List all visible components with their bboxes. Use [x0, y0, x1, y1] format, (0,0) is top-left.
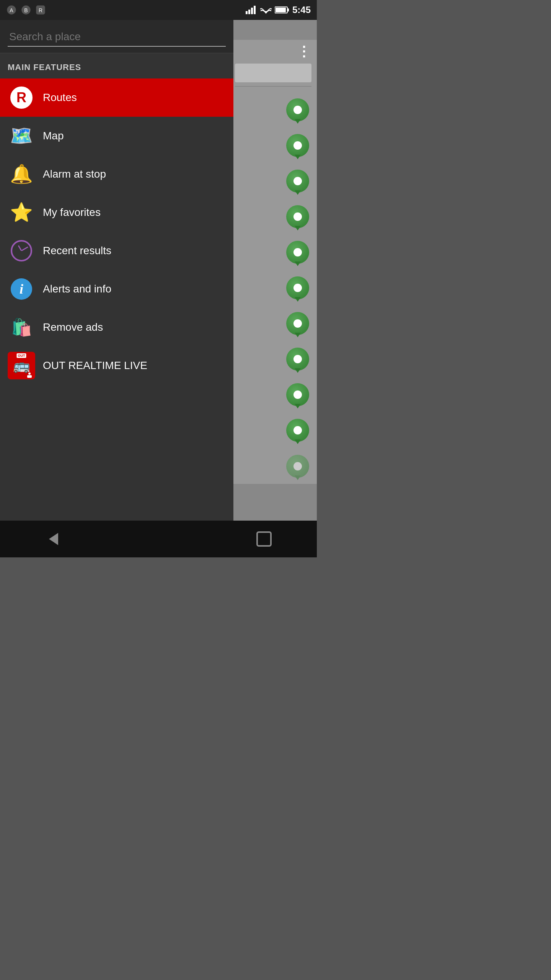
- menu-item-favorites[interactable]: ⭐ My favorites: [0, 193, 233, 232]
- map-pin-row-4[interactable]: [230, 199, 317, 234]
- map-pin-icon[interactable]: [286, 276, 309, 299]
- home-button[interactable]: [132, 524, 185, 554]
- map-pin-icon[interactable]: [286, 455, 309, 478]
- map-pin-icon[interactable]: [286, 419, 309, 442]
- recent-label: Recent results: [43, 245, 111, 257]
- map-pin-row-3[interactable]: [230, 163, 317, 199]
- alerts-icon: i: [8, 275, 35, 303]
- info-icon: i: [11, 278, 32, 300]
- menu-item-recent[interactable]: Recent results: [0, 232, 233, 270]
- person-icon: [26, 372, 33, 378]
- svg-point-13: [28, 372, 31, 375]
- alarm-label: Alarm at stop: [43, 168, 106, 180]
- right-column: ⋮: [230, 40, 317, 484]
- map-pin-icon[interactable]: [286, 205, 309, 228]
- map-pin-icon[interactable]: [286, 134, 309, 157]
- map-pin-inner: [293, 177, 302, 185]
- star-emoji-icon: ⭐: [10, 202, 33, 223]
- svg-rect-11: [287, 8, 289, 11]
- svg-rect-14: [27, 375, 32, 378]
- search-input-container[interactable]: [8, 28, 226, 47]
- svg-rect-7: [248, 10, 250, 14]
- favorites-label: My favorites: [43, 206, 101, 219]
- map-pin-row-10[interactable]: [230, 413, 317, 448]
- map-pin-inner: [293, 212, 302, 221]
- status-bar-left: A B R: [6, 5, 46, 15]
- wifi-icon: [260, 5, 272, 15]
- removeads-label: Remove ads: [43, 321, 103, 333]
- menu-item-alarm[interactable]: 🔔 Alarm at stop: [0, 155, 233, 193]
- menu-item-map[interactable]: 🗺️ Map: [0, 117, 233, 155]
- recents-button[interactable]: [237, 524, 291, 554]
- status-bar-right: 5:45: [246, 5, 311, 15]
- map-pin-icon[interactable]: [286, 241, 309, 264]
- map-pin-inner: [293, 319, 302, 328]
- svg-rect-12: [276, 8, 286, 12]
- alerts-label: Alerts and info: [43, 283, 111, 295]
- menu-item-routes[interactable]: R Routes: [0, 78, 233, 117]
- recents-icon[interactable]: [254, 529, 274, 549]
- back-button[interactable]: [26, 524, 80, 554]
- map-pin-row-5[interactable]: [230, 235, 317, 270]
- bug-icon: B: [21, 5, 31, 15]
- clock-icon: [11, 240, 32, 261]
- map-pin-row-2[interactable]: [230, 127, 317, 163]
- map-pin-inner: [293, 462, 302, 470]
- map-pin-row-8[interactable]: [230, 341, 317, 377]
- status-bar: A B R 5:45: [0, 0, 317, 20]
- svg-text:R: R: [39, 7, 42, 13]
- outrealtime-label: OUT REALTIME LIVE: [43, 359, 147, 372]
- nav-bar: [0, 521, 317, 557]
- menu-item-alerts[interactable]: i Alerts and info: [0, 270, 233, 308]
- svg-rect-9: [254, 6, 256, 14]
- divider-line: [235, 86, 311, 87]
- navigation-drawer: MAIN FEATURES R Routes 🗺️ Map 🔔 Alarm at…: [0, 20, 233, 521]
- map-pin-row-9[interactable]: [230, 377, 317, 413]
- bus-emoji: 🚌: [13, 358, 30, 374]
- alarm-icon: 🔔: [8, 160, 35, 188]
- map-pin-icon[interactable]: [286, 98, 309, 121]
- svg-marker-15: [49, 533, 58, 545]
- map-pin-row-1[interactable]: [230, 92, 317, 127]
- svg-rect-6: [246, 11, 248, 14]
- bell-emoji-icon: 🔔: [10, 163, 33, 185]
- routes-icon-letter: R: [9, 85, 34, 110]
- svg-rect-16: [257, 532, 271, 546]
- map-pin-icon[interactable]: [286, 170, 309, 193]
- routes-icon: R: [8, 84, 35, 111]
- map-pin-row-7[interactable]: [230, 306, 317, 341]
- map-pin-inner: [293, 141, 302, 150]
- favorites-icon: ⭐: [8, 199, 35, 226]
- menu-item-outrealtime[interactable]: OUT 🚌 OUT REALTIME LIVE: [0, 346, 233, 385]
- main-features-label: MAIN FEATURES: [0, 53, 233, 78]
- menu-item-removeads[interactable]: 🛍️ Remove ads: [0, 308, 233, 346]
- recent-icon: [8, 237, 35, 265]
- signal-icon: [246, 6, 257, 14]
- more-options-button[interactable]: ⋮: [297, 44, 311, 60]
- svg-text:B: B: [24, 7, 28, 13]
- bus-out-label: OUT: [17, 353, 26, 358]
- map-emoji-icon: 🗺️: [10, 125, 33, 147]
- map-pin-icon[interactable]: [286, 312, 309, 335]
- map-pin-inner: [293, 284, 302, 292]
- map-pin-inner: [293, 106, 302, 114]
- routes-label: Routes: [43, 91, 77, 104]
- svg-text:A: A: [10, 7, 13, 13]
- map-pin-icon[interactable]: [286, 383, 309, 406]
- svg-rect-8: [251, 8, 253, 14]
- removeads-icon: 🛍️: [8, 314, 35, 341]
- map-icon: 🗺️: [8, 122, 35, 150]
- status-time: 5:45: [292, 5, 311, 15]
- search-area: [0, 20, 233, 53]
- map-pin-row-11[interactable]: [230, 448, 317, 484]
- search-input[interactable]: [9, 31, 224, 43]
- top-right-widget: [235, 64, 311, 82]
- back-icon[interactable]: [43, 529, 63, 549]
- robot-icon: R: [35, 5, 46, 15]
- map-pin-row-6[interactable]: [230, 270, 317, 306]
- map-pin-icon[interactable]: [286, 348, 309, 371]
- bus-icon-container: OUT 🚌: [8, 352, 35, 379]
- outrealtime-icon: OUT 🚌: [8, 352, 35, 379]
- map-pin-inner: [293, 355, 302, 363]
- map-label: Map: [43, 130, 64, 142]
